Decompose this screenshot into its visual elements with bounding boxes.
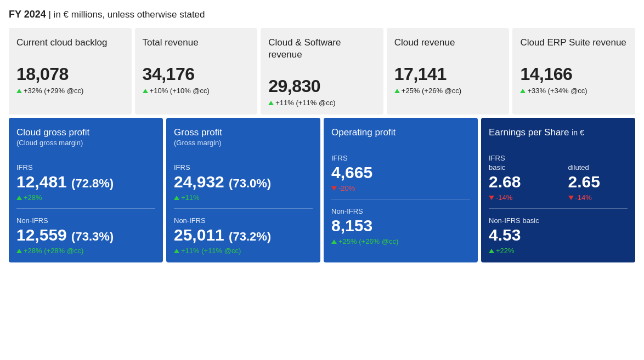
card-title: Cloud gross profit (Cloud gross margin) — [16, 127, 155, 148]
nonifrs-change: +25% (+26% @cc) — [331, 237, 470, 245]
basic-value: 2.68 — [489, 173, 549, 191]
divider — [16, 208, 155, 209]
divider — [489, 208, 628, 209]
arrow-up-icon — [489, 249, 494, 253]
bottom-cards-grid: Cloud gross profit (Cloud gross margin) … — [9, 118, 635, 262]
divider — [174, 208, 313, 209]
arrow-up-icon — [394, 89, 400, 93]
top-card-3: Cloud revenue 17,141 +25% (+26% @cc) — [387, 28, 510, 115]
nonifrs-label: Non-IFRS — [16, 216, 155, 225]
ifrs-label: IFRS — [16, 163, 155, 172]
ifrs-value: 4,665 — [331, 163, 470, 182]
arrow-down-icon — [489, 196, 494, 200]
bottom-card-1: Gross profit (Gross margin) IFRS 24,932 … — [166, 118, 320, 262]
change-text: +11% (+11% @cc) — [275, 99, 335, 107]
arrow-up-icon — [174, 249, 179, 253]
top-cards-grid: Current cloud backlog 18,078 +32% (+29% … — [9, 28, 635, 115]
ifrs-change-text: -20% — [338, 184, 355, 192]
nonifrs-change: +11% (+11% @cc) — [174, 247, 313, 255]
arrow-up-icon — [520, 89, 526, 93]
diluted-value: 2.65 — [568, 173, 628, 191]
bottom-card-3: Earnings per Share in € IFRS basic 2.68 … — [481, 118, 635, 262]
arrow-up-icon — [16, 249, 22, 253]
nonifrs-change-text: +25% (+26% @cc) — [338, 237, 398, 245]
card-value-2: 29,830 — [268, 76, 376, 96]
diluted-change: -14% — [568, 193, 628, 202]
ifrs-value: 12,481 (72.8%) — [16, 173, 155, 191]
arrow-down-icon — [331, 186, 337, 191]
arrow-up-icon — [268, 101, 274, 105]
eps-title: Earnings per Share in € — [489, 127, 628, 139]
eps-ifrs-label: IFRS — [489, 154, 628, 162]
top-card-4: Cloud ERP Suite revenue 14,166 +33% (+34… — [512, 28, 635, 115]
card-value-0: 18,078 — [16, 64, 124, 84]
card-value-1: 34,176 — [143, 64, 250, 84]
page-header: FY 2024 | in € millions, unless otherwis… — [9, 9, 635, 20]
card-value-4: 14,166 — [520, 64, 628, 84]
diluted-label: diluted — [568, 163, 628, 172]
nonifrs-basic-change-text: +22% — [496, 247, 515, 255]
ifrs-value: 24,932 (73.0%) — [174, 173, 313, 191]
card-title-4: Cloud ERP Suite revenue — [520, 37, 628, 49]
arrow-up-icon — [16, 89, 22, 93]
card-title-2: Cloud & Software revenue — [268, 37, 376, 61]
card-title: Operating profit — [331, 127, 470, 139]
card-title-1: Total revenue — [143, 37, 250, 49]
diluted-change-text: -14% — [575, 193, 592, 202]
nonifrs-label: Non-IFRS — [174, 216, 313, 225]
arrow-up-icon — [331, 239, 337, 244]
nonifrs-change-text: +11% (+11% @cc) — [181, 247, 241, 255]
change-text: +33% (+34% @cc) — [527, 87, 587, 95]
nonifrs-label: Non-IFRS — [331, 207, 470, 215]
change-text: +25% (+26% @cc) — [402, 87, 461, 95]
card-change-1: +10% (+10% @cc) — [143, 87, 250, 95]
nonifrs-value: 8,153 — [331, 216, 470, 235]
nonifrs-value: 12,559 (73.3%) — [16, 226, 155, 244]
card-value-3: 17,141 — [394, 64, 502, 84]
ifrs-label: IFRS — [174, 163, 313, 172]
header-subtitle: | in € millions, unless otherwise stated — [48, 9, 205, 20]
basic-change-text: -14% — [496, 193, 512, 202]
card-change-3: +25% (+26% @cc) — [394, 87, 502, 95]
fiscal-year: FY 2024 — [9, 9, 46, 20]
top-card-2: Cloud & Software revenue 29,830 +11% (+1… — [261, 28, 383, 115]
arrow-down-icon — [568, 196, 574, 200]
eps-diluted-col: diluted 2.65 -14% — [568, 163, 628, 202]
arrow-up-icon — [16, 196, 22, 200]
eps-row: basic 2.68 -14% diluted 2.65 -14% — [489, 163, 628, 202]
card-title-3: Cloud revenue — [394, 37, 502, 49]
ifrs-change: +11% — [174, 193, 313, 202]
bottom-card-0: Cloud gross profit (Cloud gross margin) … — [9, 118, 163, 262]
nonifrs-change: +28% (+28% @cc) — [16, 247, 155, 255]
ifrs-change-text: +28% — [24, 193, 42, 202]
card-title-0: Current cloud backlog — [16, 37, 124, 49]
ifrs-change: +28% — [16, 193, 155, 202]
ifrs-label: IFRS — [331, 154, 470, 162]
arrow-up-icon — [143, 89, 148, 93]
card-subtitle: (Cloud gross margin) — [16, 139, 155, 148]
eps-basic-col: basic 2.68 -14% — [489, 163, 549, 202]
divider — [331, 199, 470, 199]
card-change-0: +32% (+29% @cc) — [16, 87, 124, 95]
nonifrs-basic-label: Non-IFRS basic — [489, 216, 628, 225]
eps-title-suffix: in € — [572, 128, 584, 137]
card-change-2: +11% (+11% @cc) — [268, 99, 376, 107]
basic-change: -14% — [489, 193, 549, 202]
ifrs-change-text: +11% — [181, 193, 200, 202]
card-change-4: +33% (+34% @cc) — [520, 87, 628, 95]
nonifrs-change-text: +28% (+28% @cc) — [24, 247, 83, 255]
arrow-up-icon — [174, 196, 179, 200]
card-subtitle: (Gross margin) — [174, 139, 313, 148]
bottom-card-2: Operating profit IFRS 4,665 -20% Non-IFR… — [324, 118, 478, 262]
nonifrs-basic-change: +22% — [489, 247, 628, 255]
top-card-0: Current cloud backlog 18,078 +32% (+29% … — [9, 28, 132, 115]
basic-label: basic — [489, 163, 549, 172]
change-text: +32% (+29% @cc) — [24, 87, 83, 95]
nonifrs-basic-value: 4.53 — [489, 226, 628, 244]
nonifrs-value: 25,011 (73.2%) — [174, 226, 313, 244]
top-card-1: Total revenue 34,176 +10% (+10% @cc) — [135, 28, 258, 115]
change-text: +10% (+10% @cc) — [150, 87, 210, 95]
card-title: Gross profit (Gross margin) — [174, 127, 313, 148]
ifrs-change: -20% — [331, 184, 470, 192]
